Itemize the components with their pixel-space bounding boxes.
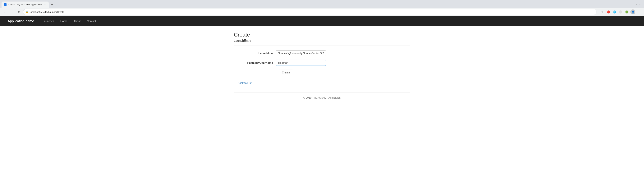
form-section: LaunchInfo PostedByUserName Create Back … [234, 50, 410, 84]
tab-favicon: C [4, 3, 6, 6]
nav-link-launches[interactable]: Launches [40, 18, 57, 24]
footer: © 2019 - My ASP.NET Application [234, 92, 410, 103]
lock-icon: 🔒 [26, 11, 28, 13]
toolbar-icons: ☆ 🔴 🌐 ⚪ 🟢 👤 ⋮ [600, 9, 642, 15]
extension-icon-2[interactable]: 🌐 [612, 9, 617, 15]
back-button[interactable]: ← [2, 9, 8, 15]
window-restore-button[interactable]: ❐ [635, 4, 637, 6]
address-bar-row: ← → ↻ 🔒 localhost:50446/Launch/Create ☆ … [0, 8, 644, 16]
divider [234, 46, 410, 46]
page-subtitle: LaunchEntry [234, 39, 410, 42]
nav-link-home[interactable]: Home [58, 18, 70, 24]
refresh-button[interactable]: ↻ [16, 9, 22, 15]
browser-chrome: C Create - My ASP.NET Application ✕ + — … [0, 0, 644, 16]
window-minimize-button[interactable]: — [631, 4, 633, 6]
extension-icon-3[interactable]: ⚪ [618, 9, 623, 15]
back-to-list-link[interactable]: Back to List [238, 81, 410, 84]
menu-icon[interactable]: ⋮ [636, 9, 642, 15]
app-brand[interactable]: Application name [8, 19, 34, 23]
window-controls: — ❐ ✕ [631, 4, 642, 6]
extension-icon-1[interactable]: 🔴 [606, 9, 611, 15]
nav-link-contact[interactable]: Contact [84, 18, 99, 24]
new-tab-button[interactable]: + [50, 2, 55, 7]
app-navbar: Application name Launches Home About Con… [0, 16, 644, 26]
bookmark-icon[interactable]: ☆ [600, 9, 605, 15]
tab-title: Create - My ASP.NET Application [8, 3, 42, 6]
main-content: Create LaunchEntry LaunchInfo PostedByUs… [230, 26, 414, 111]
launch-info-input[interactable] [276, 50, 326, 56]
page-title: Create [234, 32, 410, 38]
address-bar[interactable]: 🔒 localhost:50446/Launch/Create [23, 9, 596, 15]
launch-info-label: LaunchInfo [238, 52, 276, 55]
posted-by-group: PostedByUserName [238, 60, 410, 66]
posted-by-input[interactable] [276, 60, 326, 66]
browser-tab[interactable]: C Create - My ASP.NET Application ✕ [2, 2, 49, 8]
nav-link-about[interactable]: About [71, 18, 84, 24]
window-close-button[interactable]: ✕ [639, 4, 641, 6]
launch-info-group: LaunchInfo [238, 50, 410, 56]
tab-bar: C Create - My ASP.NET Application ✕ + — … [0, 0, 644, 8]
create-button[interactable]: Create [279, 70, 293, 75]
address-text: localhost:50446/Launch/Create [30, 11, 64, 14]
app-nav: Launches Home About Contact [40, 18, 99, 24]
posted-by-label: PostedByUserName [238, 61, 276, 64]
tab-close-button[interactable]: ✕ [43, 3, 46, 6]
forward-button[interactable]: → [9, 9, 14, 15]
extension-icon-4[interactable]: 🟢 [624, 9, 630, 15]
profile-avatar[interactable]: 👤 [630, 9, 636, 15]
